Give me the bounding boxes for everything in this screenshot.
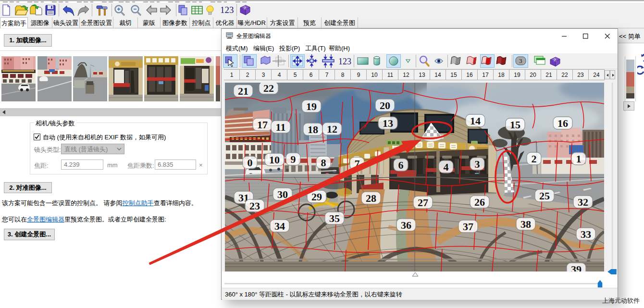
svg-text:37: 37 [463,221,473,233]
svg-text:123: 123 [220,5,234,15]
svg-text:39: 39 [571,263,582,271]
svg-text:23: 23 [249,200,260,212]
svg-text:123: 123 [338,57,351,66]
svg-text:34: 34 [274,220,285,232]
svg-text:20: 20 [380,99,390,111]
svg-text:2: 2 [532,153,537,165]
svg-text:1: 1 [576,153,582,165]
svg-text:10: 10 [269,154,280,166]
svg-text:6: 6 [398,159,404,171]
svg-text:13: 13 [383,117,393,129]
svg-text:18: 18 [308,123,318,136]
svg-text:38: 38 [520,218,531,230]
svg-text:17: 17 [257,119,268,131]
svg-text:8: 8 [321,157,326,169]
svg-text:15: 15 [510,119,520,131]
svg-text:16: 16 [557,117,568,129]
svg-text:19: 19 [306,100,317,112]
svg-text:4: 4 [444,161,449,173]
svg-text:21: 21 [238,85,248,97]
svg-text:7: 7 [355,158,360,170]
svg-text:32: 32 [578,196,588,208]
svg-text:14: 14 [470,115,481,127]
svg-text:35: 35 [329,212,340,224]
svg-text:36: 36 [401,219,411,231]
svg-text:25: 25 [539,190,550,202]
svg-text:29: 29 [311,191,322,203]
svg-text:11: 11 [276,121,286,133]
svg-text:12: 12 [327,123,337,135]
svg-text:22: 22 [263,83,274,94]
svg-text:26: 26 [474,196,485,208]
svg-text:30: 30 [277,188,288,200]
svg-text:3: 3 [475,158,480,170]
svg-text:33: 33 [581,228,591,240]
svg-text:0: 0 [248,157,253,169]
svg-text:3: 3 [519,57,522,64]
svg-text:27: 27 [418,197,428,209]
svg-text:28: 28 [366,192,376,204]
svg-text:9: 9 [291,153,296,165]
